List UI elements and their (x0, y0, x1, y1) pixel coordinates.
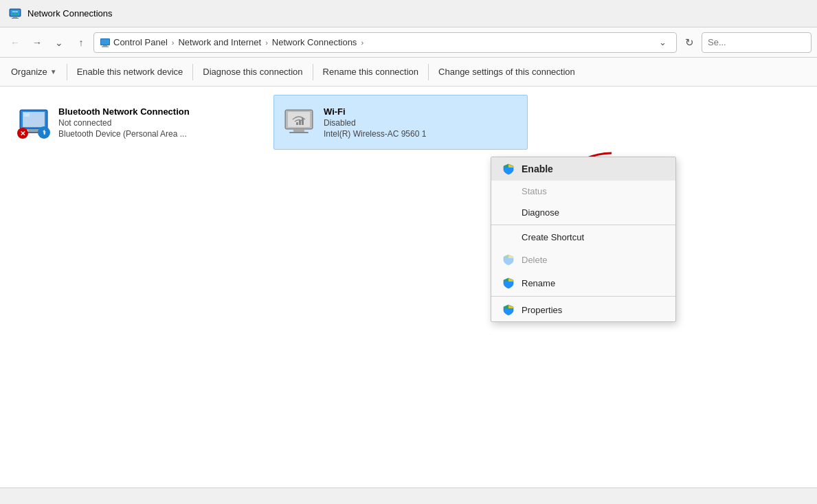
title-bar-icon (8, 7, 22, 21)
toolbar: Organize ▼ Enable this network device Di… (0, 58, 817, 87)
breadcrumb-sep-1: › (170, 38, 176, 47)
address-bar[interactable]: Control Panel › Network and Internet › N… (93, 32, 677, 53)
network-item-bluetooth[interactable]: ✕ ⚕ Bluetooth Network Connection Not con… (8, 95, 262, 150)
rename-shield-icon (502, 277, 515, 289)
svg-rect-6 (16, 11, 18, 12)
wifi-info: Wi-Fi Disabled Intel(R) Wireless-AC 9560… (324, 106, 426, 139)
wifi-name: Wi-Fi (324, 106, 426, 117)
bluetooth-device: Bluetooth Device (Personal Area ... (58, 129, 190, 139)
network-item-wifi[interactable]: Wi-Fi Disabled Intel(R) Wireless-AC 9560… (273, 95, 528, 150)
breadcrumb-network-connections[interactable]: Network Connections (272, 37, 357, 47)
ctx-enable-label: Enable (522, 163, 553, 174)
enable-device-label: Enable this network device (77, 67, 183, 77)
toolbar-sep-2 (192, 64, 193, 80)
svg-rect-11 (101, 39, 109, 45)
breadcrumb-network-internet[interactable]: Network and Internet (178, 37, 261, 47)
up-button[interactable]: ↑ (71, 33, 91, 52)
bluetooth-name: Bluetooth Network Connection (58, 106, 190, 117)
organize-chevron: ▼ (50, 68, 57, 76)
wifi-icon-wrapper (282, 106, 315, 139)
title-bar: Network Connections (0, 0, 817, 27)
ctx-sep-2 (491, 296, 675, 297)
organize-button[interactable]: Organize ▼ (3, 58, 65, 86)
toolbar-sep-3 (313, 64, 313, 80)
svg-rect-23 (293, 129, 304, 132)
diagnose-label: Diagnose this connection (203, 67, 302, 77)
bluetooth-badge: ⚕ (38, 126, 50, 139)
svg-point-9 (16, 13, 18, 14)
bluetooth-icon-wrapper: ✕ ⚕ (17, 106, 50, 139)
ctx-properties-label: Properties (522, 305, 562, 315)
svg-rect-19 (24, 113, 30, 117)
diagnose-button[interactable]: Diagnose this connection (194, 58, 311, 86)
svg-point-8 (13, 13, 14, 14)
breadcrumb-control-panel[interactable]: Control Panel (113, 37, 168, 47)
svg-rect-2 (10, 10, 20, 16)
back-button[interactable]: ← (5, 33, 25, 52)
wifi-status: Disabled (324, 118, 426, 128)
rename-button[interactable]: Rename this connection (315, 58, 427, 86)
address-bar-container: ← → ⌄ ↑ Control Panel › Network and Inte… (0, 27, 817, 58)
organize-label: Organize (11, 67, 47, 77)
breadcrumb-sep-3: › (359, 38, 365, 47)
svg-rect-25 (296, 122, 298, 125)
x-badge: ✕ (17, 128, 28, 139)
ctx-status-label: Status (522, 186, 547, 196)
svg-rect-4 (12, 18, 19, 19)
content-area: ✕ ⚕ Bluetooth Network Connection Not con… (0, 87, 817, 488)
forward-button[interactable]: → (27, 33, 47, 52)
ctx-create-shortcut-label: Create Shortcut (522, 232, 584, 242)
svg-rect-26 (299, 120, 301, 125)
svg-rect-13 (102, 46, 109, 47)
toolbar-sep-4 (428, 64, 429, 80)
breadcrumb-sep-2: › (264, 38, 269, 47)
ctx-delete[interactable]: Delete (491, 248, 675, 271)
wifi-computer-icon (282, 106, 315, 139)
ctx-properties[interactable]: Properties (491, 298, 675, 321)
toolbar-sep-1 (67, 64, 67, 80)
context-menu: Enable Status Diagnose Create Shortcut D… (491, 157, 676, 322)
svg-rect-24 (289, 132, 309, 133)
ctx-status[interactable]: Status (491, 181, 675, 202)
refresh-button[interactable]: ↻ (680, 33, 699, 52)
status-bar (0, 488, 817, 504)
dropdown-button[interactable]: ⌄ (49, 33, 69, 52)
bluetooth-status: Not connected (58, 118, 190, 128)
address-bar-icon (100, 37, 111, 48)
ctx-rename-label: Rename (522, 278, 555, 288)
ctx-delete-label: Delete (522, 255, 548, 265)
ctx-rename[interactable]: Rename (491, 271, 675, 295)
svg-rect-12 (103, 45, 107, 47)
wifi-device: Intel(R) Wireless-AC 9560 1 (324, 129, 426, 139)
properties-shield-icon (502, 303, 515, 316)
ctx-diagnose[interactable]: Diagnose (491, 202, 675, 223)
ctx-diagnose-label: Diagnose (522, 207, 559, 218)
title-bar-text: Network Connections (27, 8, 113, 19)
rename-label: Rename this connection (323, 67, 418, 77)
search-input[interactable] (702, 32, 812, 53)
svg-rect-3 (13, 16, 17, 18)
bluetooth-info: Bluetooth Network Connection Not connect… (58, 106, 190, 139)
delete-shield-icon (502, 253, 515, 266)
svg-rect-5 (12, 11, 14, 12)
ctx-sep-1 (491, 225, 675, 225)
ctx-create-shortcut[interactable]: Create Shortcut (491, 227, 675, 248)
enable-shield-icon (502, 163, 515, 175)
ctx-enable[interactable]: Enable (491, 157, 675, 181)
address-bar-expand[interactable]: ⌄ (655, 37, 671, 47)
change-settings-label: Change settings of this connection (438, 67, 575, 77)
enable-device-button[interactable]: Enable this network device (69, 58, 192, 86)
change-settings-button[interactable]: Change settings of this connection (430, 58, 583, 86)
